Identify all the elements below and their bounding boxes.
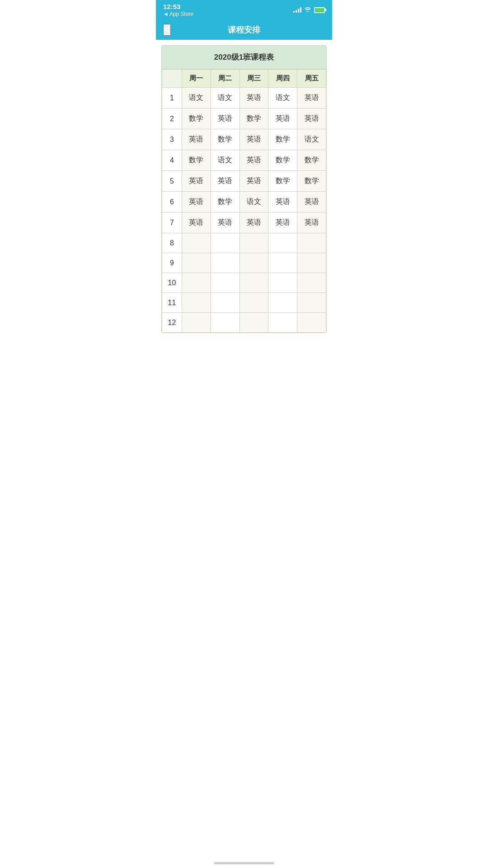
cell-wed: 语文: [239, 192, 268, 212]
cell-tue: [211, 313, 239, 333]
cell-mon: 英语: [182, 192, 211, 212]
cell-fri: 英语: [297, 88, 326, 108]
table-row: 7英语英语英语英语英语: [162, 212, 326, 233]
cell-thu: [268, 313, 297, 333]
cell-thu: 英语: [268, 212, 297, 233]
header-thu: 周四: [268, 70, 297, 88]
row-number: 1: [162, 88, 182, 108]
cell-wed: 英语: [239, 129, 268, 150]
cell-fri: [297, 313, 326, 333]
cell-thu: 语文: [268, 88, 297, 108]
table-row: 3英语数学英语数学语文: [162, 129, 326, 150]
table-header-row: 周一 周二 周三 周四 周五: [162, 70, 326, 88]
row-number: 11: [162, 293, 182, 313]
cell-thu: 数学: [268, 150, 297, 171]
cell-tue: 英语: [211, 212, 239, 233]
cell-mon: [182, 293, 211, 313]
cell-tue: 语文: [211, 150, 239, 171]
cell-tue: 英语: [211, 108, 239, 129]
cell-thu: 英语: [268, 108, 297, 129]
status-appstore: ◄ App Store: [163, 11, 193, 17]
cell-fri: 数学: [297, 150, 326, 171]
schedule-table: 周一 周二 周三 周四 周五 1语文语文英语语文英语2数学英语数学英语英语3英语…: [162, 69, 326, 333]
cell-mon: 语文: [182, 88, 211, 108]
cell-fri: [297, 273, 326, 293]
cell-tue: [211, 293, 239, 313]
cell-fri: 英语: [297, 192, 326, 212]
header-empty: [162, 70, 182, 88]
table-row: 2数学英语数学英语英语: [162, 108, 326, 129]
cell-mon: 数学: [182, 150, 211, 171]
table-row: 9: [162, 253, 326, 273]
cell-wed: 英语: [239, 212, 268, 233]
cell-fri: [297, 233, 326, 253]
cell-thu: [268, 253, 297, 273]
cell-mon: [182, 273, 211, 293]
cell-fri: 语文: [297, 129, 326, 150]
cell-mon: [182, 233, 211, 253]
cell-wed: [239, 253, 268, 273]
cell-thu: [268, 273, 297, 293]
cell-fri: [297, 293, 326, 313]
row-number: 6: [162, 192, 182, 212]
table-row: 11: [162, 293, 326, 313]
battery-icon: [314, 7, 325, 13]
cell-tue: 语文: [211, 88, 239, 108]
row-number: 12: [162, 313, 182, 333]
cell-mon: 英语: [182, 171, 211, 192]
cell-fri: 英语: [297, 212, 326, 233]
header-tue: 周二: [211, 70, 239, 88]
header-mon: 周一: [182, 70, 211, 88]
cell-thu: 数学: [268, 129, 297, 150]
cell-mon: [182, 313, 211, 333]
cell-wed: 英语: [239, 150, 268, 171]
cell-wed: [239, 273, 268, 293]
cell-mon: 英语: [182, 129, 211, 150]
cell-thu: [268, 293, 297, 313]
cell-thu: [268, 233, 297, 253]
cell-thu: 英语: [268, 192, 297, 212]
cell-mon: [182, 253, 211, 273]
cell-tue: 数学: [211, 192, 239, 212]
cell-wed: 数学: [239, 108, 268, 129]
header-wed: 周三: [239, 70, 268, 88]
wifi-icon: [304, 6, 311, 14]
cell-wed: 英语: [239, 88, 268, 108]
cell-wed: [239, 313, 268, 333]
cell-fri: [297, 253, 326, 273]
cell-mon: 英语: [182, 212, 211, 233]
cell-thu: 数学: [268, 171, 297, 192]
row-number: 9: [162, 253, 182, 273]
cell-tue: [211, 233, 239, 253]
table-row: 12: [162, 313, 326, 333]
row-number: 2: [162, 108, 182, 129]
cell-fri: 英语: [297, 108, 326, 129]
cell-tue: 英语: [211, 171, 239, 192]
header-fri: 周五: [297, 70, 326, 88]
status-time: 12:53: [163, 3, 180, 11]
cell-tue: [211, 253, 239, 273]
status-bar: 12:53 ◄ App Store: [156, 0, 332, 20]
row-number: 4: [162, 150, 182, 171]
row-number: 8: [162, 233, 182, 253]
table-row: 8: [162, 233, 326, 253]
appstore-label: App Store: [169, 11, 193, 17]
cell-wed: [239, 233, 268, 253]
schedule-container: 2020级1班课程表 周一 周二 周三 周四 周五 1语文语文英语语文英语2数学…: [161, 45, 327, 333]
row-number: 10: [162, 273, 182, 293]
cell-wed: 英语: [239, 171, 268, 192]
row-number: 3: [162, 129, 182, 150]
cell-fri: 数学: [297, 171, 326, 192]
table-title: 2020级1班课程表: [162, 46, 326, 69]
row-number: 5: [162, 171, 182, 192]
cell-wed: [239, 293, 268, 313]
status-left: 12:53 ◄ App Store: [163, 3, 193, 17]
cell-tue: 数学: [211, 129, 239, 150]
back-button[interactable]: <: [163, 24, 171, 36]
table-row: 5英语英语英语数学数学: [162, 171, 326, 192]
nav-bar: < 课程安排: [156, 20, 332, 40]
signal-icon: [293, 7, 301, 13]
page-title: 课程安排: [228, 24, 260, 35]
back-arrow-small: ◄: [163, 11, 169, 17]
table-row: 6英语数学语文英语英语: [162, 192, 326, 212]
